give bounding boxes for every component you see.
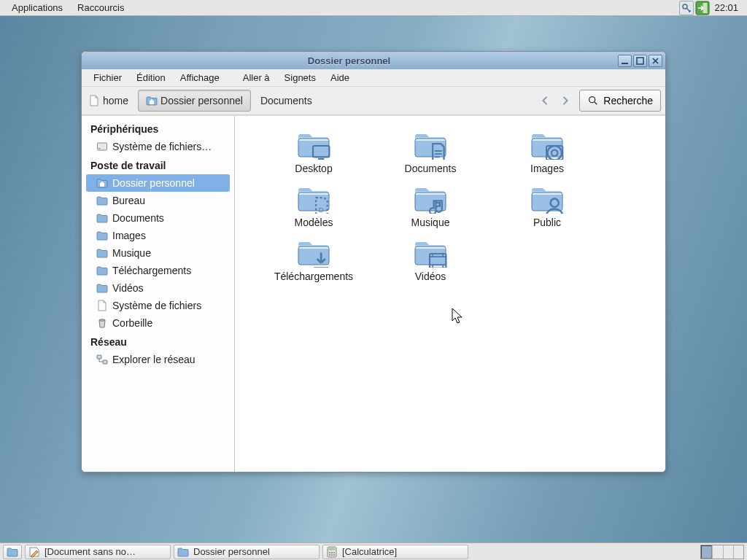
disk-icon xyxy=(96,141,108,152)
titlebar[interactable]: Dossier personnel xyxy=(82,52,665,69)
home-icon xyxy=(96,177,108,189)
sidebar-item[interactable]: Bureau xyxy=(82,192,234,209)
folder-icon xyxy=(530,129,565,160)
menu-affichage[interactable]: Affichage xyxy=(173,70,227,85)
sidebar-item-label: Images xyxy=(112,230,146,241)
search-icon xyxy=(587,95,599,106)
sidebar-item-label: Téléchargements xyxy=(112,265,191,276)
top-panel: Applications Raccourcis 22:01 xyxy=(0,0,747,16)
sidebar-item-label: Système de fichiers xyxy=(112,300,201,311)
folder-icon xyxy=(296,237,331,268)
sidebar-item-label: Vidéos xyxy=(112,282,144,294)
sidebar-item-label: Dossier personnel xyxy=(112,177,195,189)
folder-label: Public xyxy=(533,217,561,228)
folder-item[interactable]: Images xyxy=(489,129,605,174)
folder-icon xyxy=(96,195,108,206)
path-home[interactable]: home xyxy=(85,90,136,112)
file-icon xyxy=(88,95,100,106)
sidebar-item[interactable]: Images xyxy=(82,227,234,244)
logout-icon[interactable] xyxy=(695,1,710,15)
folder-icon xyxy=(177,546,189,558)
folder-icon xyxy=(413,129,448,160)
folder-label: Téléchargements xyxy=(274,271,353,282)
workspace-2[interactable] xyxy=(712,545,722,559)
folder-label: Documents xyxy=(405,163,457,174)
folder-icon xyxy=(96,230,108,241)
path-dossier-personnel[interactable]: Dossier personnel xyxy=(138,90,251,112)
task-calculatrice[interactable]: [Calculatrice] xyxy=(322,545,468,559)
nav-forward-icon[interactable] xyxy=(557,93,573,109)
close-button[interactable] xyxy=(649,55,662,67)
workspace-pager[interactable] xyxy=(700,545,744,559)
sidebar-item-label: Système de fichiers… xyxy=(112,141,212,152)
window-title: Dossier personnel xyxy=(82,55,616,66)
sidebar-item[interactable]: Système de fichiers… xyxy=(82,138,234,155)
search-button[interactable]: Recherche xyxy=(579,90,661,112)
folder-label: Desktop xyxy=(295,163,332,174)
trash-icon xyxy=(96,317,108,329)
folder-label: Musique xyxy=(411,217,450,228)
sidebar-item[interactable]: Système de fichiers xyxy=(82,297,234,314)
keyring-icon[interactable] xyxy=(679,1,694,15)
menu-aide[interactable]: Aide xyxy=(323,70,357,85)
panel-menu-applications[interactable]: Applications xyxy=(4,1,70,15)
folder-label: Images xyxy=(530,163,564,174)
calculator-icon xyxy=(326,546,338,558)
panel-menu-shortcuts[interactable]: Raccourcis xyxy=(70,1,131,15)
folder-icon xyxy=(96,265,108,276)
maximize-button[interactable] xyxy=(633,55,647,67)
folder-icon xyxy=(96,282,108,294)
sidebar-item-label: Documents xyxy=(112,212,164,224)
folder-item[interactable]: Musique xyxy=(372,183,489,228)
folder-item[interactable]: Vidéos xyxy=(372,237,489,282)
bottom-panel: [Document sans no… Dossier personnel [Ca… xyxy=(0,542,747,560)
show-desktop-button[interactable] xyxy=(3,545,22,559)
minimize-button[interactable] xyxy=(618,55,632,67)
location-bar: home Dossier personnel Documents Recherc… xyxy=(82,87,665,115)
svg-rect-27 xyxy=(622,63,628,64)
menu-edition[interactable]: Édition xyxy=(129,70,173,85)
menu-signets[interactable]: Signets xyxy=(277,70,323,85)
file-icon xyxy=(96,300,108,311)
folder-item[interactable]: Documents xyxy=(372,129,489,174)
sidebar-item[interactable]: Dossier personnel xyxy=(86,174,230,192)
sidebar-item[interactable]: Documents xyxy=(82,209,234,227)
text-editor-icon xyxy=(28,546,40,558)
task-dossier-personnel[interactable]: Dossier personnel xyxy=(174,545,320,559)
menu-fichier[interactable]: Fichier xyxy=(86,70,129,85)
sidebar-item-label: Bureau xyxy=(112,195,145,206)
folder-icon xyxy=(296,183,331,214)
clock[interactable]: 22:01 xyxy=(710,2,743,13)
folder-item[interactable]: Téléchargements xyxy=(255,237,372,282)
workspace-1[interactable] xyxy=(701,545,712,559)
folder-label: Modèles xyxy=(295,217,333,228)
path-documents-label: Documents xyxy=(260,95,312,106)
path-current-label: Dossier personnel xyxy=(160,95,243,106)
folder-item[interactable]: Modèles xyxy=(255,183,372,228)
home-folder-icon xyxy=(146,95,158,106)
path-documents[interactable]: Documents xyxy=(252,90,320,112)
sidebar-item[interactable]: Corbeille xyxy=(82,314,234,332)
sidebar-group-title: Réseau xyxy=(82,332,234,351)
sidebar-item-label: Musique xyxy=(112,247,151,259)
workspace-3[interactable] xyxy=(723,545,733,559)
workspace-4[interactable] xyxy=(733,545,743,559)
nav-back-icon[interactable] xyxy=(537,93,553,109)
folder-view[interactable]: Desktop Documents Images Modèles Musique… xyxy=(235,116,665,472)
folder-item[interactable]: Desktop xyxy=(255,129,372,174)
folder-icon xyxy=(530,183,565,214)
mouse-cursor-icon xyxy=(452,308,465,325)
search-label: Recherche xyxy=(603,95,653,106)
sidebar-item[interactable]: Explorer le réseau xyxy=(82,351,234,368)
sidebar-item[interactable]: Téléchargements xyxy=(82,262,234,279)
sidebar: PériphériquesSystème de fichiers…Poste d… xyxy=(82,116,235,472)
menu-aller-a[interactable]: Aller à xyxy=(236,70,277,85)
folder-icon xyxy=(413,237,448,268)
sidebar-group-title: Poste de travail xyxy=(82,155,234,174)
file-manager-window: Dossier personnel Fichier Édition Affich… xyxy=(81,51,666,472)
svg-rect-28 xyxy=(637,58,643,64)
sidebar-item[interactable]: Vidéos xyxy=(82,279,234,297)
folder-item[interactable]: Public xyxy=(489,183,605,228)
sidebar-item[interactable]: Musique xyxy=(82,244,234,262)
task-document[interactable]: [Document sans no… xyxy=(25,545,171,559)
